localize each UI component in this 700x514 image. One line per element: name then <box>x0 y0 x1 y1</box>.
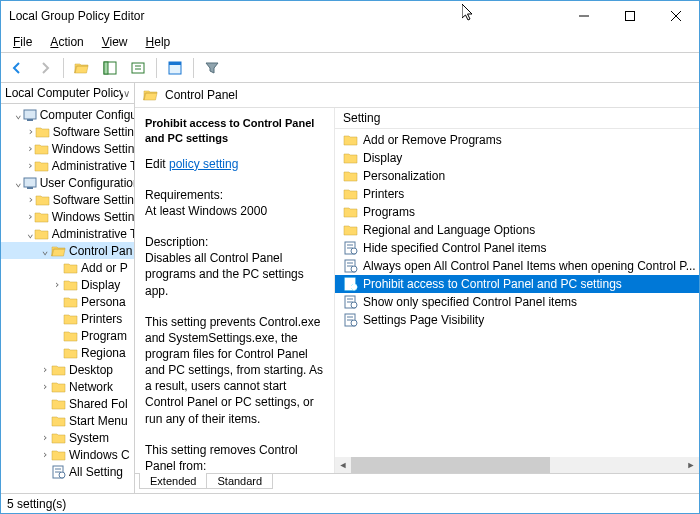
tree-item[interactable]: ›Software Settin <box>1 123 134 140</box>
folder-icon <box>51 362 67 378</box>
scroll-left-icon[interactable]: ◄ <box>335 457 351 473</box>
collapse-icon[interactable]: ⌄ <box>27 227 34 240</box>
show-hide-tree-button[interactable] <box>98 56 122 80</box>
list-item-label: Prohibit access to Control Panel and PC … <box>363 277 622 291</box>
list-item[interactable]: Printers <box>335 185 699 203</box>
collapse-icon[interactable]: ⌄ <box>15 176 22 189</box>
toolbar-separator <box>193 58 194 78</box>
filter-button[interactable] <box>200 56 224 80</box>
tree-item[interactable]: Start Menu <box>1 412 134 429</box>
expand-icon[interactable]: › <box>39 380 51 393</box>
content-pane: Control Panel Prohibit access to Control… <box>135 83 699 493</box>
tree-item[interactable]: ⌄Administrative T <box>1 225 134 242</box>
tree-item[interactable]: Persona <box>1 293 134 310</box>
tree-item[interactable]: Shared Fol <box>1 395 134 412</box>
tree-item[interactable]: ⌄Computer Configura <box>1 106 134 123</box>
horizontal-scrollbar[interactable]: ◄ ► <box>335 457 699 473</box>
list-item-label: Programs <box>363 205 415 219</box>
collapse-icon[interactable]: ⌄ <box>39 244 51 257</box>
list-item-label: Regional and Language Options <box>363 223 535 237</box>
tree-item[interactable]: Printers <box>1 310 134 327</box>
tree-item[interactable]: ›System <box>1 429 134 446</box>
tree-item[interactable]: ›Windows C <box>1 446 134 463</box>
list-item[interactable]: Show only specified Control Panel items <box>335 293 699 311</box>
list-item[interactable]: Display <box>335 149 699 167</box>
list-item[interactable]: Add or Remove Programs <box>335 131 699 149</box>
list-item[interactable]: Regional and Language Options <box>335 221 699 239</box>
main-area: Local Computer Policy ∨ ⌄Computer Config… <box>1 83 699 493</box>
expand-icon[interactable]: › <box>39 363 51 376</box>
list-item[interactable]: Prohibit access to Control Panel and PC … <box>335 275 699 293</box>
folder-icon <box>35 124 51 140</box>
list-item[interactable]: Programs <box>335 203 699 221</box>
tree-item[interactable]: ›Display <box>1 276 134 293</box>
expand-icon[interactable]: › <box>27 142 34 155</box>
settings-list-pane: Setting Add or Remove ProgramsDisplayPer… <box>335 108 699 473</box>
tree-item-label: Shared Fol <box>69 397 128 411</box>
folder-icon <box>34 209 50 225</box>
tree-item-label: Add or P <box>81 261 128 275</box>
collapse-icon[interactable]: ⌄ <box>15 108 22 121</box>
tree-item[interactable]: ›Windows Settin <box>1 140 134 157</box>
tab-standard[interactable]: Standard <box>206 474 273 489</box>
svg-rect-11 <box>104 62 108 74</box>
folder-icon <box>63 277 79 293</box>
scroll-right-icon[interactable]: ► <box>683 457 699 473</box>
tree-item[interactable]: ⌄User Configuration <box>1 174 134 191</box>
expand-icon[interactable]: › <box>27 210 34 223</box>
folder-icon <box>63 260 79 276</box>
titlebar: Local Group Policy Editor <box>1 1 699 31</box>
folder-icon <box>51 447 67 463</box>
tree-item[interactable]: ›Windows Settin <box>1 208 134 225</box>
up-button[interactable] <box>70 56 94 80</box>
menu-view[interactable]: View <box>94 33 136 51</box>
tree-item[interactable]: ›Administrative T <box>1 157 134 174</box>
scrollbar-thumb[interactable] <box>351 457 550 473</box>
tree-item[interactable]: All Setting <box>1 463 134 480</box>
folder-icon <box>63 328 79 344</box>
export-button[interactable] <box>126 56 150 80</box>
tree-item[interactable]: Regiona <box>1 344 134 361</box>
tree-item[interactable]: Program <box>1 327 134 344</box>
menu-help[interactable]: Help <box>138 33 179 51</box>
list-header[interactable]: Setting <box>335 108 699 129</box>
tree-item[interactable]: ›Desktop <box>1 361 134 378</box>
menu-action[interactable]: Action <box>42 33 91 51</box>
expand-icon[interactable]: › <box>51 278 63 291</box>
edit-link-row: Edit policy setting <box>145 156 324 172</box>
list-item[interactable]: Settings Page Visibility <box>335 311 699 329</box>
forward-button[interactable] <box>33 56 57 80</box>
list-item-label: Add or Remove Programs <box>363 133 502 147</box>
maximize-button[interactable] <box>607 1 653 31</box>
tab-extended[interactable]: Extended <box>139 473 206 489</box>
folder-icon <box>34 141 50 157</box>
folder-icon <box>63 311 79 327</box>
close-button[interactable] <box>653 1 699 31</box>
requirements-text: At least Windows 2000 <box>145 203 324 219</box>
list-item[interactable]: Always open All Control Panel Items when… <box>335 257 699 275</box>
folder-icon <box>34 158 50 174</box>
expand-icon[interactable]: › <box>39 448 51 461</box>
expand-icon[interactable]: › <box>39 431 51 444</box>
setting-icon <box>343 294 359 310</box>
tree-item[interactable]: ›Network <box>1 378 134 395</box>
properties-button[interactable] <box>163 56 187 80</box>
expand-icon[interactable]: › <box>27 159 34 172</box>
tree-header[interactable]: Local Computer Policy ∨ <box>1 83 134 104</box>
expand-icon[interactable]: › <box>27 125 35 138</box>
tree-item-label: Display <box>81 278 120 292</box>
tree-item[interactable]: Add or P <box>1 259 134 276</box>
list-item[interactable]: Personalization <box>335 167 699 185</box>
expand-icon[interactable]: › <box>27 193 35 206</box>
svg-rect-7 <box>626 12 635 21</box>
back-button[interactable] <box>5 56 29 80</box>
edit-policy-link[interactable]: policy setting <box>169 157 238 171</box>
tree-item[interactable]: ⌄Control Pan <box>1 242 134 259</box>
list-body: Add or Remove ProgramsDisplayPersonaliza… <box>335 129 699 329</box>
scrollbar-track[interactable] <box>351 457 683 473</box>
setting-icon <box>343 312 359 328</box>
menu-file[interactable]: File <box>5 33 40 51</box>
minimize-button[interactable] <box>561 1 607 31</box>
list-item[interactable]: Hide specified Control Panel items <box>335 239 699 257</box>
tree-item[interactable]: ›Software Settin <box>1 191 134 208</box>
